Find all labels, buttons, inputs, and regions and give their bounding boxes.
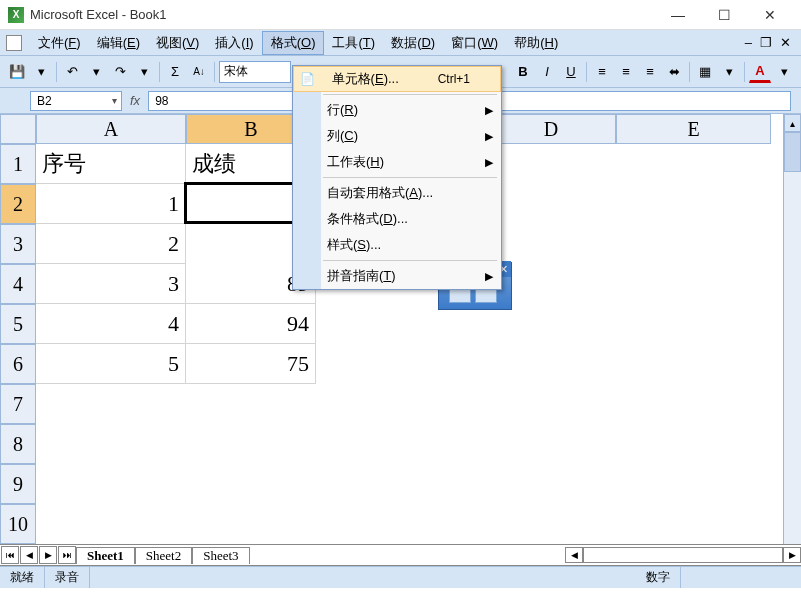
cell-B6[interactable]: 75 xyxy=(186,344,316,384)
tab-nav-1[interactable]: ◀ xyxy=(20,546,38,564)
hscroll-right-icon[interactable]: ▶ xyxy=(783,547,801,563)
chevron-right-icon: ▶ xyxy=(485,156,493,169)
border-dropdown-icon[interactable]: ▾ xyxy=(718,61,740,83)
align-right-icon[interactable]: ≡ xyxy=(639,61,661,83)
sheet-tab-sheet3[interactable]: Sheet3 xyxy=(192,547,249,564)
menu-item-row[interactable]: 行(R)▶ xyxy=(293,97,501,123)
col-header-D[interactable]: D xyxy=(486,114,616,144)
sheet-tab-sheet2[interactable]: Sheet2 xyxy=(135,547,192,564)
fx-icon[interactable]: fx xyxy=(130,93,140,108)
status-recording: 录音 xyxy=(45,567,90,588)
border-icon[interactable]: ▦ xyxy=(694,61,716,83)
menu-edit[interactable]: 编辑(E) xyxy=(89,32,148,54)
tab-nav-0[interactable]: ⏮ xyxy=(1,546,19,564)
redo-icon[interactable]: ↷ xyxy=(109,61,131,83)
chevron-right-icon: ▶ xyxy=(485,130,493,143)
align-left-icon[interactable]: ≡ xyxy=(591,61,613,83)
underline-icon[interactable]: U xyxy=(560,61,582,83)
menu-item-cells[interactable]: 📄 单元格(E)... Ctrl+1 xyxy=(293,66,501,92)
chevron-right-icon: ▶ xyxy=(485,270,493,283)
menu-item-conditional[interactable]: 条件格式(D)... xyxy=(293,206,501,232)
scroll-thumb[interactable] xyxy=(784,132,801,172)
document-icon[interactable] xyxy=(6,35,22,51)
shortcut-label: Ctrl+1 xyxy=(438,72,470,86)
maximize-button[interactable]: ☐ xyxy=(701,0,747,30)
align-center-icon[interactable]: ≡ xyxy=(615,61,637,83)
menu-item-sheet[interactable]: 工作表(H)▶ xyxy=(293,149,501,175)
window-title: Microsoft Excel - Book1 xyxy=(30,7,655,22)
row-header-7[interactable]: 7 xyxy=(0,384,36,424)
menu-bar: 文件(F) 编辑(E) 视图(V) 插入(I) 格式(O) 工具(T) 数据(D… xyxy=(0,30,801,56)
menu-item-autoformat[interactable]: 自动套用格式(A)... xyxy=(293,180,501,206)
bold-icon[interactable]: B xyxy=(512,61,534,83)
cell-A6[interactable]: 5 xyxy=(36,344,186,384)
select-all-corner[interactable] xyxy=(0,114,36,144)
format-dropdown-menu: 📄 单元格(E)... Ctrl+1 行(R)▶ 列(C)▶ 工作表(H)▶ 自… xyxy=(292,65,502,290)
tab-nav-2[interactable]: ▶ xyxy=(39,546,57,564)
menu-tools[interactable]: 工具(T) xyxy=(324,32,383,54)
sum-icon[interactable]: Σ xyxy=(164,61,186,83)
menu-window[interactable]: 窗口(W) xyxy=(443,32,506,54)
cell-A5[interactable]: 4 xyxy=(36,304,186,344)
col-header-E[interactable]: E xyxy=(616,114,771,144)
name-box[interactable]: B2 xyxy=(30,91,122,111)
row-header-1[interactable]: 1 xyxy=(0,144,36,184)
doc-restore-button[interactable]: ❐ xyxy=(756,35,776,50)
chevron-right-icon: ▶ xyxy=(485,104,493,117)
sheet-tab-sheet1[interactable]: Sheet1 xyxy=(76,547,135,564)
doc-close-button[interactable]: ✕ xyxy=(776,35,795,50)
cell-A3[interactable]: 2 xyxy=(36,224,186,264)
cell-A2[interactable]: 1 xyxy=(36,184,186,224)
cell-A4[interactable]: 3 xyxy=(36,264,186,304)
undo-dropdown-icon[interactable]: ▾ xyxy=(85,61,107,83)
status-ready: 就绪 xyxy=(0,567,45,588)
italic-icon[interactable]: I xyxy=(536,61,558,83)
menu-data[interactable]: 数据(D) xyxy=(383,32,443,54)
sheet-tabs-bar: ⏮◀▶⏭ Sheet1Sheet2Sheet3 ◀ ▶ xyxy=(0,544,801,566)
font-name-box[interactable]: 宋体 xyxy=(219,61,291,83)
row-header-5[interactable]: 5 xyxy=(0,304,36,344)
close-button[interactable]: ✕ xyxy=(747,0,793,30)
excel-icon: X xyxy=(8,7,24,23)
menu-item-phonetic[interactable]: 拼音指南(T)▶ xyxy=(293,263,501,289)
menu-item-style[interactable]: 样式(S)... xyxy=(293,232,501,258)
undo-icon[interactable]: ↶ xyxy=(61,61,83,83)
vertical-scrollbar[interactable]: ▴ xyxy=(783,114,801,544)
menu-view[interactable]: 视图(V) xyxy=(148,32,207,54)
font-color-icon[interactable]: A xyxy=(749,61,771,83)
cell-B5[interactable]: 94 xyxy=(186,304,316,344)
row-header-10[interactable]: 10 xyxy=(0,504,36,544)
menu-file[interactable]: 文件(F) xyxy=(30,32,89,54)
save-icon[interactable]: 💾 xyxy=(6,61,28,83)
tab-nav-3[interactable]: ⏭ xyxy=(58,546,76,564)
menu-item-column[interactable]: 列(C)▶ xyxy=(293,123,501,149)
dropdown-icon[interactable]: ▾ xyxy=(30,61,52,83)
redo-dropdown-icon[interactable]: ▾ xyxy=(133,61,155,83)
row-header-2[interactable]: 2 xyxy=(0,184,36,224)
cell-A1[interactable]: 序号 xyxy=(36,144,186,184)
scroll-up-icon[interactable]: ▴ xyxy=(784,114,801,132)
row-header-4[interactable]: 4 xyxy=(0,264,36,304)
row-header-9[interactable]: 9 xyxy=(0,464,36,504)
doc-minimize-button[interactable]: – xyxy=(741,35,756,50)
hscroll-left-icon[interactable]: ◀ xyxy=(565,547,583,563)
row-header-3[interactable]: 3 xyxy=(0,224,36,264)
status-bar: 就绪 录音 数字 xyxy=(0,566,801,588)
minimize-button[interactable]: — xyxy=(655,0,701,30)
row-header-6[interactable]: 6 xyxy=(0,344,36,384)
menu-format[interactable]: 格式(O) xyxy=(262,31,325,55)
sort-icon[interactable]: A↓ xyxy=(188,61,210,83)
row-header-8[interactable]: 8 xyxy=(0,424,36,464)
col-header-A[interactable]: A xyxy=(36,114,186,144)
title-bar: X Microsoft Excel - Book1 — ☐ ✕ xyxy=(0,0,801,30)
status-mode: 数字 xyxy=(636,567,681,588)
merge-icon[interactable]: ⬌ xyxy=(663,61,685,83)
menu-insert[interactable]: 插入(I) xyxy=(207,32,261,54)
menu-help[interactable]: 帮助(H) xyxy=(506,32,566,54)
font-color-dropdown-icon[interactable]: ▾ xyxy=(773,61,795,83)
cells-icon: 📄 xyxy=(298,70,316,88)
